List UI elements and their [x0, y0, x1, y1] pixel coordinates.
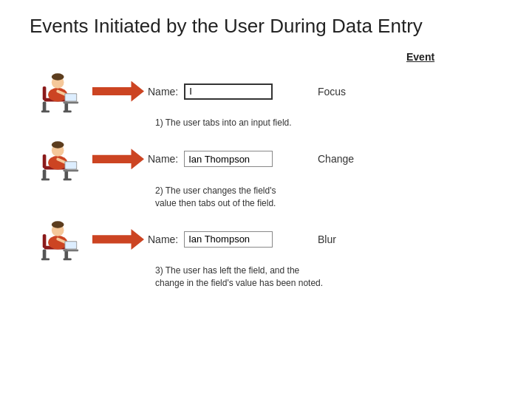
name-input-3[interactable] [184, 231, 273, 248]
svg-rect-17 [63, 178, 71, 180]
svg-rect-14 [42, 169, 46, 180]
name-input-1[interactable] [184, 83, 273, 100]
page: Events Initiated by the User During Data… [0, 0, 532, 399]
svg-rect-11 [65, 94, 76, 100]
event-row-3: Name: Blur [30, 215, 502, 263]
field-area-1: Name: [148, 83, 310, 100]
svg-point-21 [51, 141, 64, 148]
svg-rect-24 [65, 162, 76, 168]
svg-rect-38 [63, 250, 78, 252]
svg-rect-31 [42, 234, 46, 248]
field-label-1: Name: [148, 86, 178, 98]
arrow-area-2 [89, 149, 148, 169]
event-label-1: Focus [310, 86, 362, 98]
desc-row-3: 3) The user has left the field, and the … [30, 265, 502, 290]
person-figure-2 [30, 135, 89, 183]
event-row-2: Name: Change [30, 135, 502, 183]
event-row-1: Name: Focus [30, 67, 502, 115]
svg-rect-27 [42, 250, 46, 260]
svg-rect-1 [42, 101, 46, 112]
svg-point-34 [51, 222, 64, 228]
desc-row-2: 2) The user changes the field's value th… [30, 185, 502, 210]
event-column-header: Event [406, 51, 434, 63]
arrow-icon-2 [92, 149, 144, 169]
desc-text-1: 1) The user tabs into an input field. [155, 117, 292, 129]
svg-rect-29 [41, 259, 49, 261]
svg-rect-30 [63, 259, 71, 261]
header-row: Event [30, 51, 502, 63]
arrow-icon-1 [92, 81, 144, 102]
svg-rect-18 [42, 154, 46, 168]
svg-point-8 [51, 73, 64, 80]
arrow-area-3 [89, 229, 148, 250]
field-label-2: Name: [148, 153, 178, 165]
person-icon-2 [35, 135, 83, 183]
desc-text-2: 2) The user changes the field's value th… [155, 185, 276, 210]
field-area-3: Name: [148, 231, 310, 248]
field-area-2: Name: [148, 151, 310, 167]
person-figure-3 [30, 215, 89, 263]
person-icon-3 [35, 215, 83, 263]
desc-text-3: 3) The user has left the field, and the … [155, 265, 323, 290]
desc-row-1: 1) The user tabs into an input field. [30, 117, 502, 129]
svg-rect-5 [42, 86, 46, 100]
svg-rect-25 [63, 169, 78, 171]
person-figure-1 [30, 67, 89, 115]
svg-rect-16 [41, 178, 49, 180]
svg-rect-3 [41, 111, 49, 113]
content-area: Event [30, 51, 502, 296]
svg-rect-37 [65, 242, 76, 249]
page-title: Events Initiated by the User During Data… [30, 15, 502, 38]
person-icon-1 [35, 67, 83, 115]
svg-rect-12 [63, 101, 78, 103]
event-label-3: Blur [310, 233, 362, 245]
name-input-2[interactable] [184, 151, 273, 167]
arrow-area-1 [89, 81, 148, 102]
field-label-3: Name: [148, 233, 178, 245]
svg-rect-4 [63, 111, 71, 113]
event-label-2: Change [310, 153, 362, 165]
arrow-icon-3 [92, 229, 144, 250]
